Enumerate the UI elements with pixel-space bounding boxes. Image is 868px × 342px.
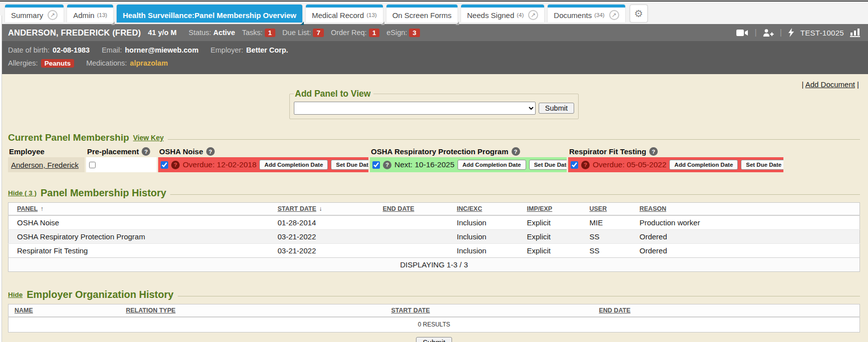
- pre-placement-checkbox[interactable]: [89, 162, 96, 168]
- column-header-respirator-fit: Respirator Fit Testing ?: [568, 145, 783, 157]
- tab-label: On Screen Forms: [392, 11, 452, 20]
- view-key-link[interactable]: View Key: [133, 134, 164, 142]
- tab-label: Documents: [554, 11, 592, 20]
- tasks-count-badge[interactable]: 1: [265, 29, 276, 37]
- tab-on-screen-forms[interactable]: On Screen Forms: [386, 5, 458, 23]
- add-panel-fieldset: Add Panel to View Submit: [289, 89, 579, 119]
- add-completion-date-button[interactable]: Add Completion Date: [259, 160, 328, 170]
- patient-info-line-1: Date of birth: 02-08-1983 Email: horner@…: [8, 44, 860, 57]
- tab-medical-record[interactable]: Medical Record (13): [306, 5, 383, 23]
- order-req-count-badge[interactable]: 1: [369, 29, 380, 37]
- settings-gear-icon[interactable]: ⚙: [630, 5, 648, 23]
- column-header-user: USER: [586, 203, 636, 216]
- dob-value: 02-08-1983: [53, 46, 90, 54]
- email-group: Email: horner@mieweb.com: [102, 46, 198, 54]
- set-due-date-button[interactable]: Set Due Date: [741, 160, 783, 170]
- employer-value: Better Corp.: [246, 46, 288, 54]
- column-header-end-date: END DATE: [595, 304, 860, 317]
- column-header-pre-placement: Pre-placement ?: [86, 145, 157, 157]
- help-icon[interactable]: ?: [206, 147, 215, 156]
- allergy-badge[interactable]: Peanuts: [41, 59, 75, 68]
- patient-header-bar: ANDERSON, FREDERICK (FRED) 41 y/o M Stat…: [0, 24, 868, 41]
- bar-chart-icon[interactable]: [850, 29, 860, 37]
- overdue-help-icon[interactable]: ?: [171, 161, 180, 169]
- system-id: TEST-10025: [800, 29, 844, 37]
- add-completion-date-button[interactable]: Add Completion Date: [669, 160, 738, 170]
- next-help-icon[interactable]: ?: [383, 161, 391, 169]
- form-submit-row: Submit: [0, 337, 868, 342]
- esign-count-badge[interactable]: 3: [409, 29, 420, 37]
- tab-label: Summary: [11, 11, 43, 20]
- help-icon[interactable]: ?: [649, 147, 658, 156]
- allergies-group: Allergies: Peanuts: [8, 59, 74, 68]
- add-completion-date-button[interactable]: Add Completion Date: [458, 160, 526, 170]
- overdue-help-icon[interactable]: ?: [581, 161, 590, 169]
- email-value: horner@mieweb.com: [125, 46, 198, 54]
- patient-age-sex: 41 y/o M: [148, 29, 177, 37]
- due-list-count-badge[interactable]: 7: [313, 29, 324, 37]
- divider-line: [170, 194, 860, 195]
- pre-placement-cell: [86, 157, 157, 172]
- patient-name: ANDERSON, FREDERICK (FRED): [8, 28, 141, 38]
- set-due-date-button[interactable]: Set Due Date: [529, 160, 567, 170]
- lightning-icon[interactable]: [788, 28, 794, 37]
- add-document-link[interactable]: Add Document: [805, 80, 855, 89]
- add-panel-submit-button[interactable]: Submit: [539, 103, 574, 114]
- employer-history-heading: Hide Employer Organization History: [8, 289, 860, 300]
- tab-count: (13): [97, 12, 107, 18]
- employee-cell: Anderson, Frederick: [8, 157, 85, 172]
- tab-label: Needs Signed: [467, 11, 514, 20]
- osha-rpp-checkbox[interactable]: [372, 161, 380, 169]
- order-req-group: Order Req: 1: [331, 29, 379, 37]
- status-value: Active: [213, 29, 235, 37]
- tab-needs-signed[interactable]: Needs Signed (4) ↗: [461, 5, 544, 23]
- osha-noise-checkbox[interactable]: [161, 161, 168, 169]
- table-header-row: NAME RELATION TYPE START DATE END DATE: [9, 304, 860, 317]
- popout-icon[interactable]: ↗: [48, 10, 58, 20]
- current-panel-heading: Current Panel Membership View Key: [8, 132, 860, 143]
- sort-desc-icon[interactable]: ↓: [319, 205, 322, 212]
- tasks-group: Tasks: 1: [242, 29, 275, 37]
- tab-label: Admin: [73, 11, 95, 20]
- patient-bar-actions: | | TEST-10025: [736, 28, 860, 37]
- tab-documents[interactable]: Documents (34) ↗: [548, 5, 625, 23]
- help-icon[interactable]: ?: [512, 147, 520, 156]
- column-header-osha-noise: OSHA Noise ?: [158, 145, 368, 157]
- divider-line: [168, 139, 860, 140]
- status-text: Overdue: 05-05-2022: [593, 160, 666, 169]
- column-header-employee: Employee: [8, 145, 85, 157]
- hide-employer-history-link[interactable]: Hide: [8, 291, 23, 298]
- table-row[interactable]: OSHA Respiratory Protection Program 03-2…: [9, 230, 860, 244]
- due-list-group: Due List: 7: [282, 29, 324, 37]
- set-due-date-button[interactable]: Set Due Date: [331, 160, 368, 170]
- divider-line: [178, 296, 860, 296]
- column-header-osha-rpp: OSHA Respiratory Protection Program ?: [370, 145, 567, 157]
- tab-label: Medical Record: [312, 11, 364, 20]
- add-document-row: | Add Document |: [0, 74, 868, 89]
- section-title: Employer Organization History: [27, 289, 173, 300]
- table-row[interactable]: OSHA Noise 01-28-2014 Inclusion Explicit…: [9, 215, 860, 230]
- tab-label: Health Surveillance:Panel Membership Ove…: [123, 11, 296, 20]
- employee-link[interactable]: Anderson, Frederick: [11, 161, 79, 169]
- panel-select[interactable]: [294, 102, 536, 115]
- divider: |: [780, 28, 782, 37]
- column-header-start-date: START DATE ↓: [274, 203, 379, 216]
- medication-value: alprazolam: [130, 59, 168, 67]
- video-camera-icon[interactable]: [736, 29, 748, 37]
- popout-icon[interactable]: ↗: [609, 10, 619, 20]
- sort-asc-icon[interactable]: ↑: [41, 205, 44, 212]
- table-row[interactable]: Respirator Fit Testing 03-21-2022 Inclus…: [9, 244, 860, 258]
- column-header-end-date: END DATE: [379, 203, 453, 216]
- panel-history-heading: Hide ( 3 ) Panel Membership History: [8, 187, 860, 199]
- popout-icon[interactable]: ↗: [528, 10, 538, 20]
- esign-group: eSign: 3: [386, 29, 420, 37]
- tab-summary[interactable]: Summary ↗: [5, 5, 64, 23]
- respirator-fit-checkbox[interactable]: [571, 161, 578, 169]
- add-person-icon[interactable]: [763, 29, 774, 37]
- tab-admin[interactable]: Admin (13): [67, 5, 113, 23]
- help-icon[interactable]: ?: [142, 147, 150, 156]
- hide-panel-history-link[interactable]: Hide ( 3 ): [8, 189, 37, 197]
- medications-group: Medications: alprazolam: [86, 59, 168, 67]
- submit-button[interactable]: Submit: [416, 337, 452, 342]
- tab-health-surveillance[interactable]: Health Surveillance:Panel Membership Ove…: [117, 5, 302, 23]
